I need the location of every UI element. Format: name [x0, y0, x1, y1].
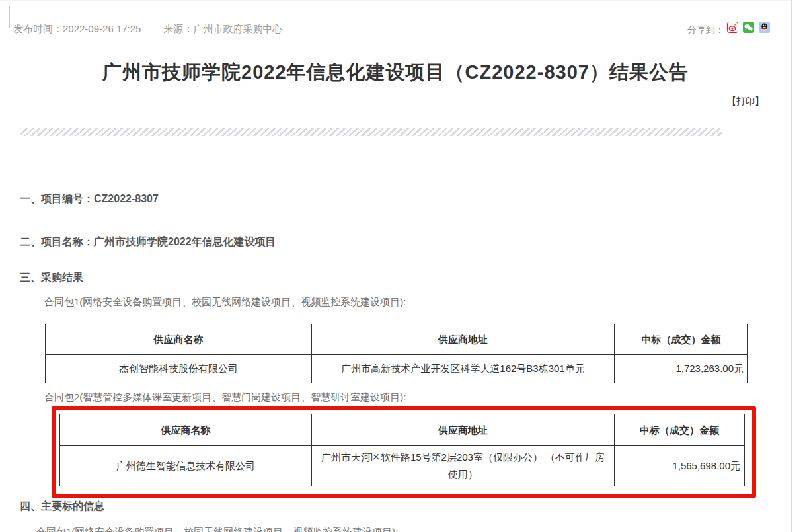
- table-header-row: 供应商名称 供应商地址 中标（成交）金额: [60, 414, 745, 446]
- header-supplier-address: 供应商地址: [312, 414, 615, 446]
- cell-award-amount: 1,565,698.00元: [615, 446, 745, 486]
- meta-divider: [13, 44, 791, 44]
- section-procurement-result: 三、采购结果: [20, 271, 83, 285]
- header-award-amount: 中标（成交）金额: [615, 324, 748, 355]
- header-supplier-address: 供应商地址: [312, 324, 615, 355]
- cell-supplier-address: 广州市高新技术产业开发区科学大道162号B3栋301单元: [312, 355, 615, 383]
- left-edge-tick: [9, 6, 10, 28]
- header-supplier-name: 供应商名称: [60, 414, 312, 446]
- source-label: 来源：: [163, 23, 193, 34]
- cell-supplier-address: 广州市天河区软件路15号第2层203室（仅限办公） （不可作厂房使用）: [312, 446, 615, 486]
- cell-award-amount: 1,723,263.00元: [615, 355, 748, 383]
- qq-share-icon[interactable]: [759, 22, 770, 33]
- page-right-border: [791, 0, 792, 532]
- header-award-amount: 中标（成交）金额: [615, 414, 745, 446]
- contract-package-1-label: 合同包1(网络安全设备购置项目、校园无线网络建设项目、视频监控系统建设项目):: [44, 296, 406, 309]
- result-table-package-1: 供应商名称 供应商地址 中标（成交）金额 杰创智能科技股份有限公司 广州市高新技…: [45, 324, 748, 383]
- header-supplier-name: 供应商名称: [46, 324, 312, 355]
- contract-package-2-label: 合同包2(智慧管控多媒体课室更新项目、智慧门岗建设项目、智慧研讨室建设项目):: [44, 391, 406, 404]
- weibo-share-icon[interactable]: [727, 22, 738, 33]
- wechat-share-icon[interactable]: [743, 22, 754, 33]
- cell-supplier-name: 杰创智能科技股份有限公司: [46, 355, 312, 383]
- clipped-bottom-line: 合同包1(网络安全设备购置项目、校园无线网络建设项目、视频监控系统建设项目):: [36, 526, 399, 532]
- publish-time-label: 发布时间：: [13, 23, 63, 34]
- page-title: 广州市技师学院2022年信息化建设项目（CZ2022-8307）结果公告: [0, 59, 791, 86]
- article-meta: 发布时间：2022-09-26 17:25来源：广州市政府采购中心: [13, 23, 282, 36]
- publish-time-value: 2022-09-26 17:25: [63, 23, 141, 34]
- table-header-row: 供应商名称 供应商地址 中标（成交）金额: [46, 324, 748, 355]
- section-project-name: 二、项目名称：广州市技师学院2022年信息化建设项目: [20, 235, 276, 249]
- section-project-number: 一、项目编号：CZ2022-8307: [20, 192, 159, 206]
- hatched-divider: [20, 128, 722, 136]
- table-row: 杰创智能科技股份有限公司 广州市高新技术产业开发区科学大道162号B3栋301单…: [46, 355, 748, 383]
- share-to-label: 分享到：: [687, 24, 724, 36]
- cell-supplier-name: 广州德生智能信息技术有限公司: [60, 446, 312, 486]
- top-hairline: [0, 0, 791, 1]
- result-table-package-2: 供应商名称 供应商地址 中标（成交）金额 广州德生智能信息技术有限公司 广州市天…: [59, 414, 745, 486]
- section-main-subject-info: 四、主要标的信息: [20, 500, 104, 513]
- table-row: 广州德生智能信息技术有限公司 广州市天河区软件路15号第2层203室（仅限办公）…: [60, 446, 745, 486]
- print-button[interactable]: 【打印】: [727, 96, 764, 108]
- source-value: 广州市政府采购中心: [193, 23, 282, 34]
